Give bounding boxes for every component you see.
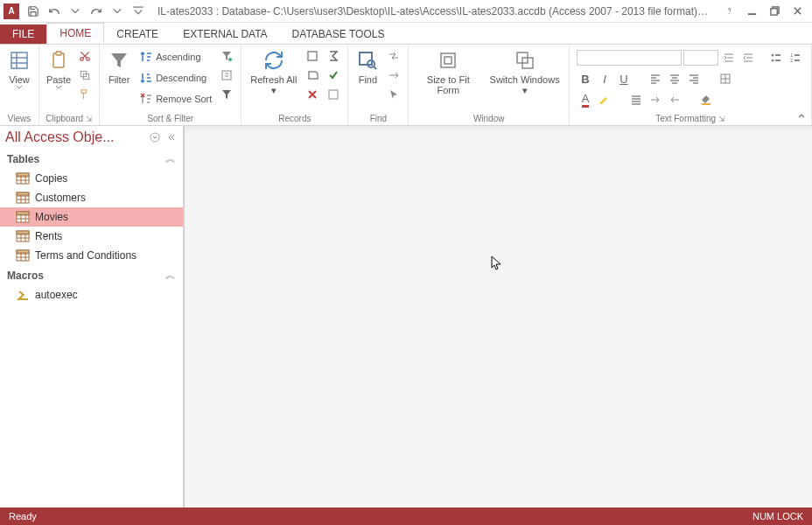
table-icon [16, 211, 30, 223]
descending-button[interactable]: Descending [136, 68, 214, 88]
bold-icon[interactable]: B [577, 70, 594, 88]
paste-button[interactable]: Paste [43, 46, 74, 92]
font-color-icon[interactable]: A [577, 91, 594, 108]
align-center-icon[interactable] [666, 70, 683, 88]
svg-rect-31 [794, 54, 800, 56]
svg-rect-18 [222, 71, 231, 80]
collapse-section-icon[interactable]: ︽ [165, 268, 176, 283]
totals-icon[interactable] [325, 47, 342, 65]
undo-dropdown-icon[interactable] [66, 2, 85, 21]
italic-icon[interactable]: I [596, 70, 613, 88]
group-views: View Views [0, 45, 39, 125]
redo-dropdown-icon[interactable] [108, 2, 127, 21]
nav-table-item[interactable]: Terms and Conditions [0, 246, 183, 265]
collapse-ribbon-icon[interactable] [796, 111, 807, 123]
gridlines-icon[interactable] [717, 70, 734, 88]
size-to-fit-button[interactable]: Size to Fit Form [412, 46, 484, 97]
decrease-indent-icon[interactable] [739, 49, 757, 66]
svg-rect-38 [702, 103, 710, 105]
align-right-icon[interactable] [685, 70, 703, 88]
svg-rect-4 [770, 9, 776, 15]
undo-icon[interactable] [45, 2, 64, 21]
nav-table-item[interactable]: Customers [0, 188, 183, 207]
refresh-all-button[interactable]: Refresh All ▾ [245, 46, 302, 97]
nav-dropdown-icon[interactable] [148, 130, 162, 144]
tab-database-tools[interactable]: DATABASE TOOLS [280, 24, 397, 44]
spelling-icon[interactable] [325, 66, 342, 84]
ltr-icon[interactable] [647, 91, 664, 108]
fill-color-icon[interactable] [697, 91, 715, 108]
goto-icon[interactable] [385, 66, 402, 84]
nav-table-item[interactable]: Rents [0, 227, 183, 246]
save-icon[interactable] [24, 2, 43, 21]
highlight-icon[interactable] [596, 91, 613, 108]
svg-point-39 [150, 133, 159, 142]
nav-table-item[interactable]: Movies [0, 207, 183, 227]
filter-label: Filter [108, 74, 130, 85]
sort-asc-icon [139, 50, 153, 64]
delete-record-icon[interactable] [304, 86, 321, 103]
nav-item-label: Movies [35, 211, 68, 223]
status-numlock: NUM LOCK [752, 511, 803, 522]
dialog-launcher-icon[interactable]: ⇲ [86, 115, 93, 123]
nav-section-tables[interactable]: Tables ︽ [0, 149, 183, 169]
ascending-button[interactable]: Ascending [136, 47, 214, 66]
close-icon[interactable] [786, 2, 808, 21]
redo-icon[interactable] [87, 2, 106, 21]
tab-file[interactable]: FILE [0, 24, 46, 44]
tab-home[interactable]: HOME [46, 23, 104, 44]
svg-rect-21 [360, 52, 372, 65]
align-left-icon[interactable] [647, 70, 664, 88]
font-size-input[interactable] [683, 50, 718, 66]
collapse-section-icon[interactable]: ︽ [165, 151, 176, 166]
svg-rect-29 [775, 54, 780, 56]
help-icon[interactable] [718, 2, 740, 21]
more-records-icon[interactable] [325, 86, 342, 103]
view-button[interactable]: View [4, 46, 35, 92]
paste-label: Paste [46, 74, 71, 85]
nav-section-macros[interactable]: Macros ︽ [0, 265, 183, 285]
copy-icon[interactable] [76, 66, 94, 84]
dialog-launcher-icon[interactable]: ⇲ [718, 115, 725, 123]
svg-rect-10 [56, 52, 61, 55]
remove-sort-button[interactable]: Remove Sort [136, 89, 214, 108]
minimize-icon[interactable] [740, 2, 763, 21]
increase-indent-icon[interactable] [720, 49, 738, 66]
tab-create[interactable]: CREATE [104, 24, 171, 44]
nav-header[interactable]: All Access Obje... [0, 126, 183, 149]
svg-rect-45 [17, 173, 29, 176]
switch-windows-button[interactable]: Switch Windows ▾ [484, 46, 565, 97]
restore-icon[interactable] [763, 2, 786, 21]
filter-button[interactable]: Filter [103, 46, 135, 87]
cut-icon[interactable] [76, 47, 94, 65]
new-record-icon[interactable] [304, 47, 321, 65]
remove-sort-icon [139, 92, 153, 106]
underline-icon[interactable]: U [615, 70, 633, 88]
save-record-icon[interactable] [304, 66, 321, 84]
format-painter-icon[interactable] [76, 86, 94, 103]
rtl-icon[interactable] [666, 91, 683, 108]
font-name-input[interactable] [577, 50, 682, 66]
bullets-icon[interactable] [767, 49, 785, 66]
replace-icon[interactable] [385, 47, 402, 65]
nav-table-item[interactable]: Copies [0, 169, 183, 188]
macro-icon [16, 289, 30, 301]
advanced-filter-icon[interactable] [218, 66, 235, 84]
svg-point-17 [228, 58, 232, 61]
nav-item-label: Copies [35, 172, 67, 185]
nav-collapse-icon[interactable] [164, 130, 178, 144]
find-button[interactable]: Find [352, 46, 383, 87]
svg-rect-57 [17, 212, 29, 214]
numbering-icon[interactable]: 12 [787, 49, 804, 66]
selection-filter-icon[interactable] [218, 47, 235, 65]
align-justify-icon[interactable] [627, 91, 645, 108]
chevron-down-icon [55, 85, 62, 90]
nav-item-label: autoexec [35, 289, 78, 301]
tab-external-data[interactable]: EXTERNAL DATA [171, 24, 279, 44]
toggle-filter-icon[interactable] [218, 86, 235, 103]
qat-customize-icon[interactable] [129, 2, 148, 21]
nav-macro-item[interactable]: autoexec [0, 285, 183, 304]
table-icon [16, 192, 30, 204]
group-records-label: Records [245, 112, 344, 125]
select-icon[interactable] [385, 86, 402, 103]
